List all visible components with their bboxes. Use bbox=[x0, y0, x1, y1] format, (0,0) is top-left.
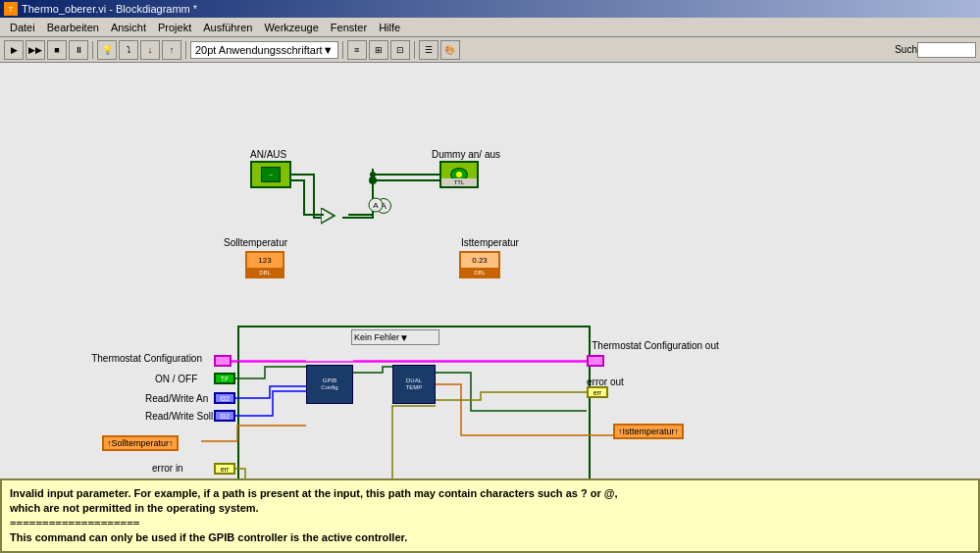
search-label: Such bbox=[895, 44, 917, 55]
read-write-an-label: Read/Write An bbox=[145, 393, 208, 404]
search-input[interactable] bbox=[917, 42, 976, 58]
canvas-area[interactable]: AN/AUS ~ A Dummy an/ aus TTL Solltempera bbox=[0, 63, 980, 553]
diagram-canvas: AN/AUS ~ A Dummy an/ aus TTL Solltempera bbox=[0, 63, 980, 484]
a-connector: A bbox=[376, 198, 391, 214]
greater-than-icon bbox=[321, 208, 340, 229]
error-out-term[interactable]: err bbox=[587, 386, 608, 398]
dummy-block[interactable]: TTL bbox=[439, 161, 479, 188]
an-aus-block[interactable]: ~ bbox=[250, 161, 291, 188]
thermostat-config-in-term[interactable] bbox=[214, 355, 232, 367]
sep2 bbox=[185, 41, 186, 59]
read-write-soll-label: Read/Write Soll bbox=[145, 411, 213, 422]
order-button[interactable]: ☰ bbox=[419, 40, 438, 60]
dropdown-chevron: ▼ bbox=[399, 332, 409, 343]
svg-point-0 bbox=[369, 176, 377, 184]
toolbar: ▶ ▶▶ ■ ⏸ 💡 ⤵ ↓ ↑ 20pt Anwendungsschrifta… bbox=[0, 37, 980, 63]
run-cont-button[interactable]: ▶▶ bbox=[26, 40, 45, 60]
error-in-term[interactable]: err bbox=[214, 463, 235, 475]
subvi-box bbox=[237, 326, 591, 502]
dummy-label: Dummy an/ aus bbox=[432, 149, 500, 160]
color-button[interactable]: 🎨 bbox=[440, 40, 460, 60]
align-button[interactable]: ≡ bbox=[347, 40, 367, 60]
menu-ausfuhren[interactable]: Ausführen bbox=[197, 20, 258, 35]
step-out-button[interactable]: ↑ bbox=[162, 40, 181, 60]
search-box: Such bbox=[895, 42, 976, 58]
svg-marker-3 bbox=[321, 208, 335, 224]
app-icon: T bbox=[4, 2, 18, 16]
menu-datei[interactable]: Datei bbox=[4, 20, 41, 35]
dual-temp-subvi[interactable]: DUALTEMP bbox=[392, 365, 436, 404]
menu-hilfe[interactable]: Hilfe bbox=[373, 20, 406, 35]
menu-fenster[interactable]: Fenster bbox=[325, 20, 373, 35]
isttemperatur-top-label: Isttemperatur bbox=[461, 237, 519, 248]
svg-point-6 bbox=[370, 172, 376, 177]
solltemperatur-input-block[interactable]: ↑Solltemperatur↑ bbox=[102, 435, 179, 451]
sep4 bbox=[414, 41, 415, 59]
thermostat-config-out-label: Thermostat Configuration out bbox=[587, 340, 724, 351]
menu-werkzeuge[interactable]: Werkzeuge bbox=[258, 20, 324, 35]
solltemperatur-control[interactable]: 123 DBL bbox=[245, 251, 284, 278]
menu-projekt[interactable]: Projekt bbox=[152, 20, 197, 35]
info-panel: Invalid input parameter. For example, if… bbox=[0, 478, 980, 553]
thermostat-config-out-term[interactable] bbox=[587, 355, 604, 367]
highlight-button[interactable]: 💡 bbox=[97, 40, 117, 60]
read-write-an-term[interactable]: I32 bbox=[214, 392, 235, 404]
menu-bearbeiten[interactable]: Bearbeiten bbox=[41, 20, 105, 35]
distribute-button[interactable]: ⊞ bbox=[369, 40, 388, 60]
kein-fehler-dropdown[interactable]: Kein Fehler ▼ bbox=[351, 329, 439, 345]
kein-fehler-label: Kein Fehler bbox=[354, 332, 399, 342]
thermostat-config-in-label: Thermostat Configuration bbox=[84, 353, 202, 364]
info-line-3: This command can only be used if the GPI… bbox=[10, 530, 970, 545]
info-separator: ==================== bbox=[10, 516, 970, 530]
run-button[interactable]: ▶ bbox=[4, 40, 24, 60]
sep3 bbox=[342, 41, 343, 59]
resize-button[interactable]: ⊡ bbox=[390, 40, 410, 60]
gpib-config-subvi[interactable]: GPIBConfig bbox=[306, 365, 353, 404]
isttemperatur-output-block[interactable]: ↑Isttemperatur↑ bbox=[613, 424, 684, 439]
window-title: Thermo_oberer.vi - Blockdiagramm * bbox=[22, 3, 197, 15]
read-write-soll-term[interactable]: I32 bbox=[214, 410, 235, 422]
menu-ansicht[interactable]: Ansicht bbox=[105, 20, 152, 35]
dropdown-arrow-icon: ▼ bbox=[323, 44, 334, 56]
font-dropdown[interactable]: 20pt Anwendungsschriftart ▼ bbox=[190, 41, 338, 59]
pause-button[interactable]: ⏸ bbox=[69, 40, 88, 60]
info-line-1: Invalid input parameter. For example, if… bbox=[10, 486, 970, 501]
an-aus-label: AN/AUS bbox=[250, 149, 286, 160]
sep1 bbox=[92, 41, 93, 59]
menubar: Datei Bearbeiten Ansicht Projekt Ausführ… bbox=[0, 18, 980, 37]
abort-button[interactable]: ■ bbox=[47, 40, 67, 60]
on-off-term[interactable]: TF bbox=[214, 373, 235, 384]
step-into-button[interactable]: ↓ bbox=[140, 40, 160, 60]
titlebar: T Thermo_oberer.vi - Blockdiagramm * bbox=[0, 0, 980, 18]
isttemperatur-indicator[interactable]: 0.23 DBL bbox=[459, 251, 500, 278]
solltemperatur-label: Solltemperatur bbox=[224, 237, 287, 248]
info-line-2: which are not permitted in the operating… bbox=[10, 501, 970, 516]
error-in-label: error in bbox=[152, 463, 183, 474]
step-over-button[interactable]: ⤵ bbox=[119, 40, 138, 60]
on-off-label: ON / OFF bbox=[155, 374, 197, 384]
font-label: 20pt Anwendungsschriftart bbox=[195, 44, 323, 56]
